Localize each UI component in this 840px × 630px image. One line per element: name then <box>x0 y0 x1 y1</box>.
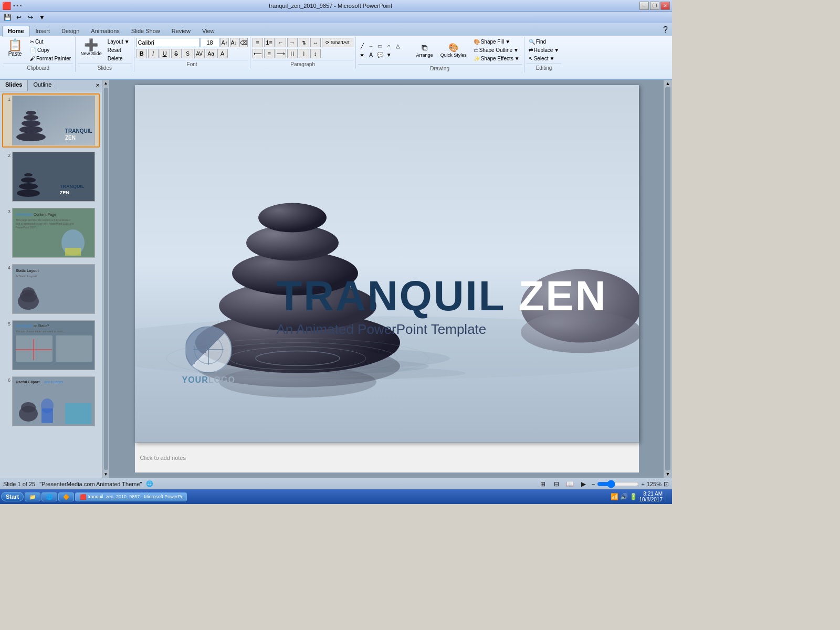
replace-button[interactable]: ⇄ Replace▼ <box>527 46 562 54</box>
font-name-input[interactable] <box>136 38 200 47</box>
arrow-shape[interactable]: → <box>367 41 375 50</box>
scroll-down-button[interactable]: ▼ <box>104 472 108 477</box>
minimize-button[interactable]: ─ <box>639 2 649 10</box>
bullets-button[interactable]: ≡ <box>253 38 263 47</box>
bold-button[interactable]: B <box>136 49 147 58</box>
slide-thumb-1[interactable]: 1 <box>2 93 100 148</box>
columns-button[interactable]: ⁞ <box>299 49 309 58</box>
tab-view[interactable]: View <box>196 26 220 36</box>
shape-outline-button[interactable]: ▭ Shape Outline▼ <box>471 46 522 54</box>
arrange-button[interactable]: ⧉ Arrange <box>414 41 436 59</box>
slide-thumb-3[interactable]: 3 Animated Content Page This page and th… <box>2 206 100 260</box>
font-size-input[interactable] <box>201 38 219 47</box>
slide-thumb-5[interactable]: 5 Animated or Static? You can choose eit… <box>2 318 100 372</box>
tab-slideshow[interactable]: Slide Show <box>125 26 166 36</box>
clock[interactable]: 8:21 AM 10/8/2017 <box>639 491 663 502</box>
increase-indent-button[interactable]: → <box>287 38 298 47</box>
decrease-font-button[interactable]: A↓ <box>230 38 238 47</box>
current-slide[interactable]: YOURLOGO TRANQUIL ZEN An Animated PowerP… <box>135 85 639 443</box>
normal-view-button[interactable]: ⊞ <box>537 479 549 489</box>
undo-qat-button[interactable]: ↩ <box>14 13 24 22</box>
shadow-button[interactable]: S <box>183 49 193 58</box>
tab-review[interactable]: Review <box>166 26 196 36</box>
char-spacing-button[interactable]: AV <box>194 49 205 58</box>
shape-fill-button[interactable]: 🎨 Shape Fill▼ <box>471 38 522 46</box>
slide-panel-scrollbar[interactable]: ▲ ▼ <box>102 80 110 478</box>
delete-button[interactable]: Delete <box>106 55 132 62</box>
line-shape[interactable]: ╱ <box>358 41 366 50</box>
align-text-button[interactable]: ↔ <box>310 38 321 47</box>
line-spacing-button[interactable]: ↕ <box>310 49 321 58</box>
rect-shape[interactable]: ▭ <box>376 41 384 50</box>
zoom-in-button[interactable]: + <box>641 481 644 487</box>
close-button[interactable]: ✕ <box>660 2 670 10</box>
slide-thumb-2[interactable]: 2 TRANQUIL ZEN <box>2 150 100 204</box>
redo-qat-button[interactable]: ↪ <box>25 13 36 22</box>
help-button[interactable]: ? <box>661 24 670 36</box>
main-scroll-up[interactable]: ▲ <box>666 81 670 86</box>
scroll-up-button[interactable]: ▲ <box>104 81 108 86</box>
cut-button[interactable]: ✂ Cut <box>28 38 73 46</box>
clear-format-button[interactable]: ⌫ <box>239 38 248 47</box>
tab-insert[interactable]: Insert <box>30 26 56 36</box>
italic-button[interactable]: I <box>148 49 159 58</box>
text-direction-button[interactable]: ⇅ <box>299 38 309 47</box>
decrease-indent-button[interactable]: ← <box>276 38 286 47</box>
slideshow-button[interactable]: ▶ <box>578 479 590 489</box>
paste-button[interactable]: 📋 Paste <box>3 38 27 58</box>
new-slide-button[interactable]: ➕ New Slide <box>78 38 104 58</box>
strikethrough-button[interactable]: S̶ <box>171 49 182 58</box>
increase-font-button[interactable]: A↑ <box>220 38 229 47</box>
tab-design[interactable]: Design <box>56 26 85 36</box>
tab-animations[interactable]: Animations <box>85 26 125 36</box>
taskbar-chrome[interactable]: 🌐 <box>41 492 57 501</box>
taskbar-powerpoint[interactable]: 🟥 tranquil_zen_2010_9857 - Microsoft Pow… <box>75 492 187 501</box>
layout-button[interactable]: Layout ▼ <box>106 38 132 46</box>
change-case-button[interactable]: Aa <box>206 49 216 58</box>
star-shape[interactable]: ★ <box>358 50 366 59</box>
zoom-slider[interactable] <box>597 480 639 488</box>
slide-thumb-4[interactable]: 4 Static Layout A Static Layout <box>2 262 100 316</box>
fit-slide-button[interactable]: ⊡ <box>664 480 669 488</box>
notes-area[interactable]: Click to add notes <box>135 443 639 472</box>
reset-button[interactable]: Reset <box>106 46 132 54</box>
main-scroll-down[interactable]: ▼ <box>666 471 670 477</box>
slide-title[interactable]: TRANQUIL ZEN An Animated PowerPoint Temp… <box>276 275 607 338</box>
start-button[interactable]: Start <box>1 492 24 501</box>
zoom-out-button[interactable]: − <box>592 481 595 487</box>
panel-tab-slides[interactable]: Slides <box>0 80 28 91</box>
numbering-button[interactable]: 1≡ <box>264 38 275 47</box>
show-desktop-button[interactable] <box>666 491 669 502</box>
tri-shape[interactable]: △ <box>394 41 402 50</box>
copy-button[interactable]: 📄 Copy <box>28 46 73 54</box>
taskbar-vlc[interactable]: 🔶 <box>58 492 74 501</box>
find-button[interactable]: 🔍 Find <box>527 38 562 46</box>
font-color-button[interactable]: A <box>217 49 228 58</box>
slide-thumb-6[interactable]: 6 Useful Clipart and Images <box>2 374 100 428</box>
select-button[interactable]: ↖ Select▼ <box>527 55 562 62</box>
text-box-shape[interactable]: A <box>367 50 375 59</box>
align-left-button[interactable]: ⟵ <box>253 49 263 58</box>
callout-shape[interactable]: 💬 <box>376 50 384 59</box>
qat-more-button[interactable]: ▼ <box>37 13 47 22</box>
panel-tab-outline[interactable]: Outline <box>28 80 57 91</box>
logo-area[interactable]: YOURLOGO <box>182 326 235 385</box>
oval-shape[interactable]: ○ <box>385 41 393 50</box>
shape-effects-button[interactable]: ✨ Shape Effects▼ <box>471 55 522 62</box>
slide-sorter-button[interactable]: ⊟ <box>551 479 562 489</box>
reading-view-button[interactable]: 📖 <box>564 479 576 489</box>
align-center-button[interactable]: ≡ <box>264 49 275 58</box>
underline-button[interactable]: U <box>160 49 170 58</box>
format-painter-button[interactable]: 🖌 Format Painter <box>28 55 73 62</box>
convert-smartart-button[interactable]: ⟳ SmartArt <box>322 38 353 47</box>
restore-button[interactable]: ❐ <box>650 2 659 10</box>
notes-placeholder[interactable]: Click to add notes <box>140 455 186 461</box>
save-qat-button[interactable]: 💾 <box>2 13 13 22</box>
align-right-button[interactable]: ⟶ <box>276 49 286 58</box>
main-scrollbar[interactable]: ▲ ▼ <box>664 80 672 478</box>
close-panel-button[interactable]: ✕ <box>93 80 102 91</box>
quick-styles-button[interactable]: 🎨 Quick Styles <box>438 41 469 59</box>
taskbar-explorer[interactable]: 📁 <box>25 492 40 501</box>
tab-home[interactable]: Home <box>2 26 30 37</box>
more-shapes-btn[interactable]: ▼ <box>385 50 393 59</box>
